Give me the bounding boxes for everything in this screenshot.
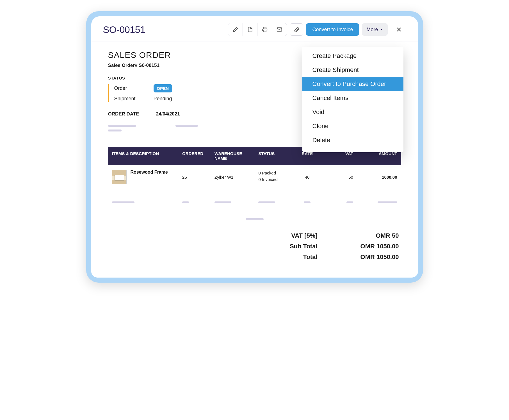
total-vat-label: VAT [5%] xyxy=(264,232,318,239)
status-packed: 0 Packed xyxy=(258,171,289,175)
status-order-key: Order xyxy=(114,85,142,91)
pdf-icon xyxy=(247,27,253,32)
total-subtotal-value: OMR 1050.00 xyxy=(348,243,399,250)
outer-frame: SO-00151 xyxy=(86,11,423,283)
status-shipment-key: Shipment xyxy=(114,96,142,102)
icon-button-group xyxy=(228,23,287,36)
printer-icon xyxy=(262,27,268,32)
cell-vat: 50 xyxy=(322,165,357,189)
cell-rate: 40 xyxy=(293,165,322,189)
item-name: Rosewood Frame xyxy=(131,170,168,175)
total-total-value: OMR 1050.00 xyxy=(348,253,399,261)
cell-warehouse: Zylker W1 xyxy=(211,165,255,189)
svg-rect-0 xyxy=(263,30,266,32)
more-button-label: More xyxy=(366,27,378,33)
totals-block: VAT [5%] OMR 50 Sub Total OMR 1050.00 To… xyxy=(108,232,401,261)
print-button[interactable] xyxy=(257,23,272,36)
total-total-row: Total OMR 1050.00 xyxy=(264,253,399,261)
table-placeholder-row xyxy=(108,189,401,209)
th-item: ITEMS & DESCRIPTION xyxy=(108,147,179,165)
pdf-button[interactable] xyxy=(243,23,257,36)
item-thumbnail xyxy=(112,170,127,184)
convert-to-invoice-button[interactable]: Convert to Invoice xyxy=(306,23,359,36)
pencil-icon xyxy=(233,27,238,32)
dropdown-convert-to-po[interactable]: Convert to Purchase Order xyxy=(302,77,403,91)
dropdown-create-package[interactable]: Create Package xyxy=(302,49,403,63)
dropdown-void[interactable]: Void xyxy=(302,105,403,119)
dropdown-clone[interactable]: Clone xyxy=(302,119,403,133)
th-ordered: ORDERED xyxy=(178,147,211,165)
th-warehouse: WAREHOUSE NAME xyxy=(211,147,255,165)
status-invoiced: 0 Invoiced xyxy=(258,177,289,182)
paperclip-icon xyxy=(294,27,299,32)
order-date-value: 24/04/2021 xyxy=(156,111,180,117)
table-row: Rosewood Frame 25 Zylker W1 0 Packed 0 I… xyxy=(108,165,401,189)
cell-ordered: 25 xyxy=(178,165,211,189)
table-footer-placeholder xyxy=(108,209,401,224)
caret-down-icon xyxy=(380,28,383,31)
page-title: SO-00151 xyxy=(103,24,145,35)
cell-status: 0 Packed 0 Invoiced xyxy=(258,171,289,182)
close-icon xyxy=(396,26,402,33)
total-subtotal-row: Sub Total OMR 1050.00 xyxy=(264,243,399,250)
dropdown-create-shipment[interactable]: Create Shipment xyxy=(302,63,403,77)
total-vat-row: VAT [5%] OMR 50 xyxy=(264,232,399,239)
order-date-key: ORDER DATE xyxy=(108,111,139,117)
status-shipment-value: Pending xyxy=(154,96,172,102)
close-button[interactable] xyxy=(394,25,403,34)
attachment-button[interactable] xyxy=(290,23,303,36)
total-total-label: Total xyxy=(264,253,318,261)
header-actions: Convert to Invoice More xyxy=(228,23,403,36)
total-vat-value: OMR 50 xyxy=(348,232,399,239)
sales-order-window: SO-00151 xyxy=(91,16,418,278)
more-button[interactable]: More xyxy=(362,23,387,36)
header-bar: SO-00151 xyxy=(91,16,418,42)
dropdown-cancel-items[interactable]: Cancel Items xyxy=(302,91,403,105)
cell-amount: 1000.00 xyxy=(357,165,401,189)
email-button[interactable] xyxy=(272,23,287,36)
line-items-table: ITEMS & DESCRIPTION ORDERED WAREHOUSE NA… xyxy=(108,147,401,224)
dropdown-delete[interactable]: Delete xyxy=(302,133,403,147)
th-status: STATUS xyxy=(254,147,293,165)
status-badge: OPEN xyxy=(154,84,172,92)
more-dropdown: Create Package Create Shipment Convert t… xyxy=(302,47,403,152)
total-subtotal-label: Sub Total xyxy=(264,243,318,250)
edit-button[interactable] xyxy=(228,23,243,36)
mail-icon xyxy=(277,27,282,32)
